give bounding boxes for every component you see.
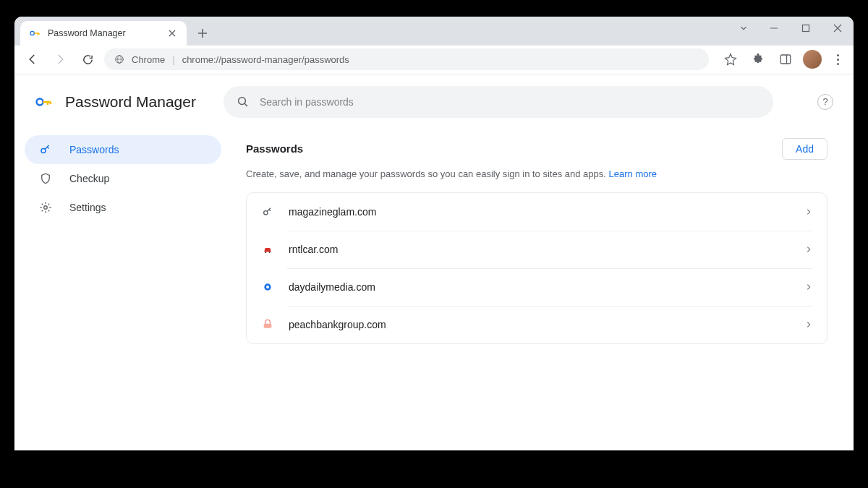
minimize-button[interactable] xyxy=(758,17,790,40)
svg-rect-14 xyxy=(264,323,272,328)
forward-button[interactable] xyxy=(49,48,71,70)
omnibox-separator: | xyxy=(172,54,174,65)
site-favicon-icon xyxy=(261,205,274,218)
svg-point-5 xyxy=(37,98,43,105)
password-manager-logo-icon xyxy=(35,93,52,111)
svg-point-11 xyxy=(269,251,271,252)
key-icon xyxy=(39,143,52,156)
new-tab-button[interactable] xyxy=(192,23,213,43)
key-icon xyxy=(29,27,41,39)
chrome-menu-icon[interactable] xyxy=(829,54,846,65)
svg-point-9 xyxy=(264,210,268,214)
chevron-right-icon xyxy=(805,321,812,328)
learn-more-link[interactable]: Learn more xyxy=(609,168,657,179)
sidebar-item-passwords[interactable]: Passwords xyxy=(25,135,221,164)
profile-avatar[interactable] xyxy=(803,50,822,69)
browser-tab[interactable]: Password Manager xyxy=(20,21,187,46)
extensions-puzzle-icon[interactable] xyxy=(748,49,768,69)
side-panel-icon[interactable] xyxy=(775,49,796,69)
svg-point-0 xyxy=(30,31,34,35)
password-site-label: daydailymedia.com xyxy=(289,281,375,293)
site-info-icon[interactable] xyxy=(114,54,124,64)
site-favicon-icon xyxy=(261,243,274,256)
password-row[interactable]: magazineglam.com xyxy=(247,193,827,231)
section-description: Create, save, and manage your passwords … xyxy=(246,168,827,179)
tab-strip: Password Manager xyxy=(14,17,854,46)
svg-point-8 xyxy=(44,205,48,209)
svg-point-7 xyxy=(41,148,46,153)
sidebar-item-settings[interactable]: Settings xyxy=(25,193,221,222)
maximize-button[interactable] xyxy=(790,17,822,40)
password-row[interactable]: rntlcar.com xyxy=(247,231,827,268)
chevron-right-icon xyxy=(805,283,812,291)
svg-rect-4 xyxy=(780,55,791,64)
tab-search-chevron-icon[interactable] xyxy=(729,17,758,40)
sidebar-item-label: Passwords xyxy=(69,144,119,155)
section-title: Passwords xyxy=(246,142,303,155)
browser-toolbar: Chrome | chrome://password-manager/passw… xyxy=(14,46,854,74)
password-site-label: peachbankgroup.com xyxy=(289,319,386,330)
shield-icon xyxy=(39,172,52,185)
sidebar-item-label: Settings xyxy=(69,202,106,213)
omnibox-scheme-label: Chrome xyxy=(132,54,165,65)
reload-button[interactable] xyxy=(77,48,98,70)
svg-point-10 xyxy=(265,251,266,252)
search-placeholder: Search in passwords xyxy=(260,96,354,108)
svg-rect-1 xyxy=(803,25,809,31)
site-favicon-icon xyxy=(261,318,274,331)
sidebar-item-label: Checkup xyxy=(69,173,109,184)
close-window-button[interactable] xyxy=(822,17,854,40)
address-bar[interactable]: Chrome | chrome://password-manager/passw… xyxy=(104,48,709,70)
help-icon[interactable]: ? xyxy=(817,94,833,110)
svg-point-13 xyxy=(266,286,269,288)
sidebar-item-checkup[interactable]: Checkup xyxy=(25,164,221,193)
password-row[interactable]: peachbankgroup.com xyxy=(247,306,827,343)
password-list: magazineglam.com rntlcar.com xyxy=(246,192,827,344)
app-header: Password Manager Search in passwords ? xyxy=(14,74,854,124)
password-site-label: magazineglam.com xyxy=(289,206,376,218)
password-site-label: rntlcar.com xyxy=(289,244,338,255)
back-button[interactable] xyxy=(22,48,43,70)
search-icon xyxy=(237,95,250,108)
omnibox-url: chrome://password-manager/passwords xyxy=(182,54,349,65)
password-row[interactable]: daydailymedia.com xyxy=(247,268,827,306)
site-favicon-icon xyxy=(261,281,274,294)
search-input[interactable]: Search in passwords xyxy=(224,86,773,118)
add-password-button[interactable]: Add xyxy=(782,138,827,160)
toolbar-actions xyxy=(715,49,846,69)
window-controls xyxy=(729,17,854,40)
tab-title: Password Manager xyxy=(48,28,159,38)
tab-close-icon[interactable] xyxy=(166,27,178,39)
app-content: Password Manager Search in passwords ? xyxy=(14,74,854,450)
main-panel: Passwords Add Create, save, and manage y… xyxy=(231,124,854,450)
app-title: Password Manager xyxy=(65,93,196,111)
chevron-right-icon xyxy=(805,246,812,253)
bookmark-star-icon[interactable] xyxy=(720,49,741,69)
browser-window: Password Manager xyxy=(14,17,854,450)
chevron-right-icon xyxy=(805,208,812,215)
svg-point-6 xyxy=(239,97,246,104)
sidebar: Passwords Checkup Settings xyxy=(14,124,231,450)
gear-icon xyxy=(39,201,52,214)
